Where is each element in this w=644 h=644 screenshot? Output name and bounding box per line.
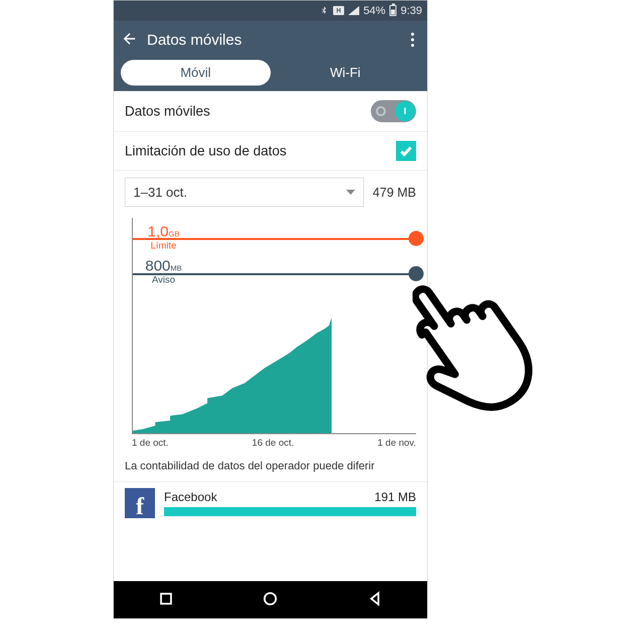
app-usage: 191 MB xyxy=(374,490,416,504)
label-limit-usage: Limitación de uso de datos xyxy=(125,143,396,159)
bluetooth-icon xyxy=(319,6,329,16)
row-period: 1–31 oct. 479 MB xyxy=(114,171,427,214)
tab-wifi[interactable]: Wi-Fi xyxy=(271,60,421,86)
period-total: 479 MB xyxy=(373,185,416,200)
signal-icon xyxy=(348,6,359,15)
facebook-icon: f xyxy=(125,488,155,518)
tab-row: Móvil Wi-Fi xyxy=(114,59,427,91)
battery-icon xyxy=(389,5,396,16)
xlabel-mid: 16 de oct. xyxy=(252,437,294,448)
nav-back-icon[interactable] xyxy=(366,590,383,609)
dropdown-caret-icon xyxy=(346,190,355,195)
row-mobile-data: Datos móviles I xyxy=(114,91,427,132)
app-item-facebook[interactable]: f Facebook 191 MB xyxy=(114,482,427,518)
app-usage-bar xyxy=(164,507,416,516)
app-usage-list: f Facebook 191 MB xyxy=(114,481,427,518)
battery-percent: 54% xyxy=(363,4,385,17)
xlabel-end: 1 de nov. xyxy=(377,437,416,448)
warning-handle[interactable] xyxy=(409,266,424,281)
limit-handle[interactable] xyxy=(409,231,424,246)
disclaimer-text: La contabilidad de datos del operador pu… xyxy=(114,452,427,481)
svg-rect-0 xyxy=(161,594,171,604)
overflow-menu-icon[interactable] xyxy=(405,33,420,47)
period-dropdown[interactable]: 1–31 oct. xyxy=(125,178,364,207)
app-bar: Datos móviles xyxy=(114,21,427,59)
checkbox-limit-usage[interactable] xyxy=(396,141,416,161)
status-bar: H 54% 9:39 xyxy=(114,1,427,21)
label-mobile-data: Datos móviles xyxy=(125,104,371,119)
network-type-badge: H xyxy=(333,6,344,15)
period-range: 1–31 oct. xyxy=(133,185,187,200)
tab-mobile[interactable]: Móvil xyxy=(121,60,271,86)
clock: 9:39 xyxy=(400,4,422,17)
android-nav-bar xyxy=(114,581,427,618)
phone-frame: H 54% 9:39 Datos móviles Móvil Wi-Fi Dat… xyxy=(113,0,428,619)
page-title: Datos móviles xyxy=(147,31,396,48)
chart-x-labels: 1 de oct. 16 de oct. 1 de nov. xyxy=(132,437,416,448)
toggle-off-indicator xyxy=(376,106,386,116)
nav-recent-icon[interactable] xyxy=(157,590,175,609)
back-arrow-icon[interactable] xyxy=(121,30,138,49)
row-limit-usage: Limitación de uso de datos xyxy=(114,132,427,171)
pointer-hand-icon xyxy=(413,252,564,420)
toggle-mobile-data[interactable]: I xyxy=(371,100,416,122)
nav-home-icon[interactable] xyxy=(262,590,279,609)
limit-label: 1,0GB Límite xyxy=(136,223,191,251)
warning-label: 800MB Aviso xyxy=(136,257,191,285)
app-name: Facebook xyxy=(164,490,217,504)
toggle-on-knob: I xyxy=(395,101,415,121)
xlabel-start: 1 de oct. xyxy=(132,437,169,448)
svg-point-1 xyxy=(265,593,276,605)
usage-chart: 1,0GB Límite 800MB Aviso 1 de oct. 16 de… xyxy=(114,214,427,452)
